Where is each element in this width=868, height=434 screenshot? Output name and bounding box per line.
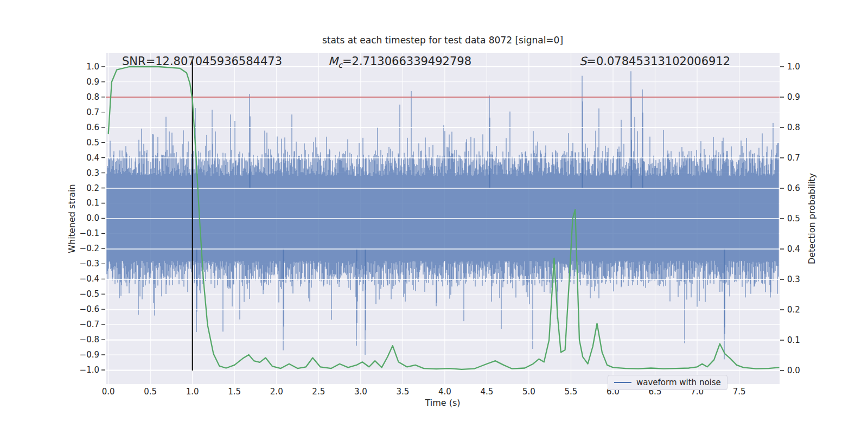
x-tick-label: 3.0 (354, 387, 367, 397)
y-tick-label-right: 0.1 (787, 335, 800, 345)
y-tick-label-left: −0.4 (80, 274, 99, 284)
legend-line-sample (614, 382, 631, 383)
y-tick-label-right: 0.9 (787, 92, 800, 102)
y-tick-label-left: −0.5 (80, 289, 99, 299)
x-tick-label: 5.0 (522, 387, 535, 397)
y-tick-label-left: 0.2 (86, 183, 99, 193)
y-tick-label-left: 0.6 (86, 123, 99, 132)
y-tick-label-left: −0.3 (80, 259, 99, 269)
y-tick-label-right: 0.6 (787, 183, 800, 193)
chart-title: stats at each timestep for test data 807… (106, 35, 780, 46)
y-tick-label-left: 0.0 (86, 213, 99, 223)
y-tick-label-right: 0.8 (787, 123, 800, 132)
y-axis-label-left: Whitened strain (67, 184, 77, 253)
y-tick-label-left: −0.2 (80, 244, 99, 253)
x-tick-label: 2.0 (270, 387, 283, 397)
y-tick-label-left: −0.9 (80, 350, 99, 360)
y-tick-label-right: 0.7 (787, 153, 800, 163)
y-tick-label-left: −0.8 (80, 335, 99, 344)
y-tick-label-left: 0.3 (86, 168, 99, 178)
y-tick-label-left: −0.6 (80, 304, 99, 314)
y-tick-label-left: 0.8 (86, 92, 99, 102)
y-tick-label-left: 0.7 (86, 107, 99, 117)
x-tick-label: 4.5 (480, 387, 493, 397)
y-tick-label-left: 1.0 (86, 62, 99, 72)
y-tick-label-right: 0.5 (787, 214, 800, 224)
y-tick-label-left: 0.1 (86, 198, 99, 208)
y-tick-label-right: 0.0 (787, 366, 800, 375)
legend-label: waveform with noise (636, 378, 721, 387)
y-tick-label-left: −1.0 (80, 365, 99, 375)
annotation-chirp-mass: Mc=2.713066339492798 (328, 55, 471, 69)
x-tick-label: 1.5 (228, 387, 241, 397)
y-tick-label-right: 0.3 (787, 275, 800, 284)
y-tick-label-left: −0.7 (80, 320, 99, 329)
legend: waveform with noise (608, 375, 727, 390)
x-tick-label: 2.5 (312, 387, 325, 397)
x-tick-label: 1.0 (186, 387, 199, 397)
y-tick-label-left: 0.9 (86, 77, 99, 87)
y-axis-label-right: Detection probability (807, 173, 817, 264)
x-tick-label: 7.5 (733, 387, 746, 397)
x-tick-label: 0.5 (144, 387, 157, 397)
y-tick-label-left: 0.5 (86, 138, 99, 148)
x-axis-label: Time (s) (106, 398, 780, 408)
x-tick-label: 0.0 (102, 387, 115, 397)
figure: 1.00.90.80.70.60.50.40.30.20.10.0−0.1−0.… (0, 0, 868, 434)
y-tick-label-left: 0.4 (86, 153, 99, 163)
y-tick-label-left: −0.1 (80, 228, 99, 238)
y-tick-label-right: 0.4 (787, 244, 800, 254)
annotation-statistic: S=0.07845313102006912 (579, 55, 730, 68)
y-tick-label-right: 0.2 (787, 305, 800, 315)
x-tick-label: 3.5 (396, 387, 409, 397)
x-tick-label: 4.0 (438, 387, 451, 397)
annotation-snr: SNR=12.807045936584473 (122, 55, 282, 68)
y-tick-label-right: 1.0 (787, 62, 800, 72)
x-tick-label: 5.5 (565, 387, 578, 397)
